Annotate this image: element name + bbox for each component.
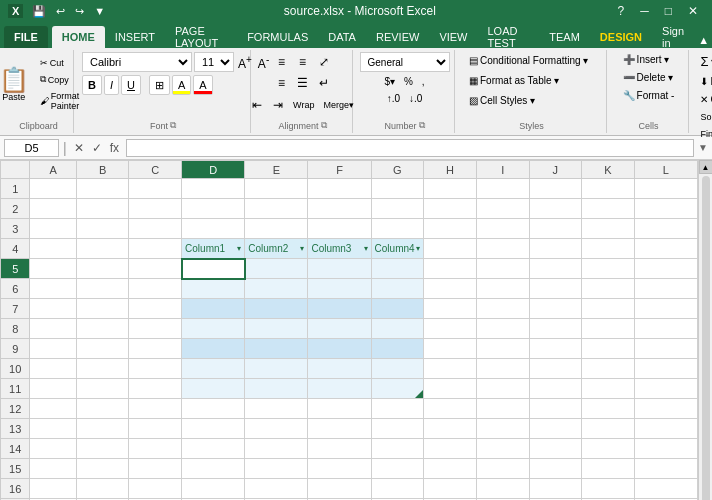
cell-l14[interactable] bbox=[634, 439, 697, 459]
col-header-h[interactable]: H bbox=[424, 161, 477, 179]
col3-dropdown-icon[interactable]: ▾ bbox=[364, 244, 368, 253]
row-header-7[interactable]: 7 bbox=[1, 299, 30, 319]
align-top-right-btn[interactable]: ⤢ bbox=[314, 52, 334, 72]
cell-e2[interactable] bbox=[245, 199, 308, 219]
cell-j12[interactable] bbox=[529, 399, 582, 419]
cell-j3[interactable] bbox=[529, 219, 582, 239]
cell-k12[interactable] bbox=[582, 399, 635, 419]
cell-f5[interactable] bbox=[308, 259, 371, 279]
increase-indent-btn[interactable]: ⇥ bbox=[268, 95, 288, 115]
cell-g10[interactable] bbox=[371, 359, 424, 379]
ribbon-collapse-btn[interactable]: ▲ bbox=[695, 34, 712, 46]
help-btn[interactable]: ? bbox=[612, 4, 631, 18]
cell-k14[interactable] bbox=[582, 439, 635, 459]
cell-j11[interactable] bbox=[529, 379, 582, 399]
cell-l3[interactable] bbox=[634, 219, 697, 239]
cell-j8[interactable] bbox=[529, 319, 582, 339]
cell-l1[interactable] bbox=[634, 179, 697, 199]
cell-g16[interactable] bbox=[371, 479, 424, 499]
dec-decimal-btn[interactable]: ↓.0 bbox=[405, 91, 426, 106]
tab-home[interactable]: HOME bbox=[52, 26, 105, 48]
cell-k10[interactable] bbox=[582, 359, 635, 379]
cell-b8[interactable] bbox=[76, 319, 129, 339]
row-header-10[interactable]: 10 bbox=[1, 359, 30, 379]
cell-f1[interactable] bbox=[308, 179, 371, 199]
cell-e3[interactable] bbox=[245, 219, 308, 239]
delete-cells-btn[interactable]: ➖ Delete ▾ bbox=[618, 70, 679, 85]
font-size-select[interactable]: 11 bbox=[194, 52, 234, 72]
alignment-dialog-btn[interactable]: ⧉ bbox=[321, 120, 327, 131]
cell-j4[interactable] bbox=[529, 239, 582, 259]
cell-b7[interactable] bbox=[76, 299, 129, 319]
cell-a4[interactable] bbox=[30, 239, 76, 259]
cell-a14[interactable] bbox=[30, 439, 76, 459]
row-header-11[interactable]: 11 bbox=[1, 379, 30, 399]
cell-e9[interactable] bbox=[245, 339, 308, 359]
cell-k5[interactable] bbox=[582, 259, 635, 279]
cell-h2[interactable] bbox=[424, 199, 477, 219]
cell-f14[interactable] bbox=[308, 439, 371, 459]
cell-k15[interactable] bbox=[582, 459, 635, 479]
cell-c10[interactable] bbox=[129, 359, 182, 379]
cell-g14[interactable] bbox=[371, 439, 424, 459]
cell-e7[interactable] bbox=[245, 299, 308, 319]
align-middle-center-btn[interactable]: ☰ bbox=[293, 73, 313, 93]
cell-i4[interactable] bbox=[476, 239, 529, 259]
cell-j5[interactable] bbox=[529, 259, 582, 279]
quick-access-dropdown-btn[interactable]: ▼ bbox=[91, 5, 108, 17]
cell-g2[interactable] bbox=[371, 199, 424, 219]
cell-c9[interactable] bbox=[129, 339, 182, 359]
cell-j7[interactable] bbox=[529, 299, 582, 319]
cell-e11[interactable] bbox=[245, 379, 308, 399]
cell-c6[interactable] bbox=[129, 279, 182, 299]
cell-b15[interactable] bbox=[76, 459, 129, 479]
cell-a9[interactable] bbox=[30, 339, 76, 359]
cell-i2[interactable] bbox=[476, 199, 529, 219]
cell-d5[interactable] bbox=[182, 259, 245, 279]
cell-h16[interactable] bbox=[424, 479, 477, 499]
align-middle-left-btn[interactable]: ≡ bbox=[272, 73, 292, 93]
comma-btn[interactable]: , bbox=[418, 74, 429, 89]
scroll-up-btn[interactable]: ▲ bbox=[699, 160, 713, 174]
cell-d9[interactable] bbox=[182, 339, 245, 359]
cell-c2[interactable] bbox=[129, 199, 182, 219]
cell-a12[interactable] bbox=[30, 399, 76, 419]
cell-f2[interactable] bbox=[308, 199, 371, 219]
number-dialog-btn[interactable]: ⧉ bbox=[419, 120, 425, 131]
cell-k4[interactable] bbox=[582, 239, 635, 259]
cell-a11[interactable] bbox=[30, 379, 76, 399]
cell-a10[interactable] bbox=[30, 359, 76, 379]
cell-f12[interactable] bbox=[308, 399, 371, 419]
cell-k13[interactable] bbox=[582, 419, 635, 439]
conditional-formatting-btn[interactable]: ▤ Conditional Formatting ▾ bbox=[463, 52, 600, 69]
align-middle-right-btn[interactable]: ↵ bbox=[314, 73, 334, 93]
cell-i9[interactable] bbox=[476, 339, 529, 359]
row-header-5[interactable]: 5 bbox=[1, 259, 30, 279]
cell-k7[interactable] bbox=[582, 299, 635, 319]
cell-k3[interactable] bbox=[582, 219, 635, 239]
cell-j9[interactable] bbox=[529, 339, 582, 359]
align-top-center-btn[interactable]: ≡ bbox=[293, 52, 313, 72]
cell-f16[interactable] bbox=[308, 479, 371, 499]
cell-i13[interactable] bbox=[476, 419, 529, 439]
cell-i15[interactable] bbox=[476, 459, 529, 479]
cell-l16[interactable] bbox=[634, 479, 697, 499]
cell-b16[interactable] bbox=[76, 479, 129, 499]
border-btn[interactable]: ⊞ bbox=[149, 75, 170, 95]
cell-i3[interactable] bbox=[476, 219, 529, 239]
cell-e16[interactable] bbox=[245, 479, 308, 499]
col4-dropdown-icon[interactable]: ▾ bbox=[416, 244, 420, 253]
formula-cancel-btn[interactable]: ✕ bbox=[71, 141, 87, 155]
cell-a13[interactable] bbox=[30, 419, 76, 439]
undo-quick-btn[interactable]: ↩ bbox=[53, 5, 68, 18]
cell-k9[interactable] bbox=[582, 339, 635, 359]
row-header-2[interactable]: 2 bbox=[1, 199, 30, 219]
cell-c8[interactable] bbox=[129, 319, 182, 339]
cell-h5[interactable] bbox=[424, 259, 477, 279]
cell-i11[interactable] bbox=[476, 379, 529, 399]
cell-d1[interactable] bbox=[182, 179, 245, 199]
cell-h7[interactable] bbox=[424, 299, 477, 319]
spreadsheet-scroll[interactable]: A B C D E F G H I J K L bbox=[0, 160, 698, 500]
cell-b1[interactable] bbox=[76, 179, 129, 199]
cell-l10[interactable] bbox=[634, 359, 697, 379]
